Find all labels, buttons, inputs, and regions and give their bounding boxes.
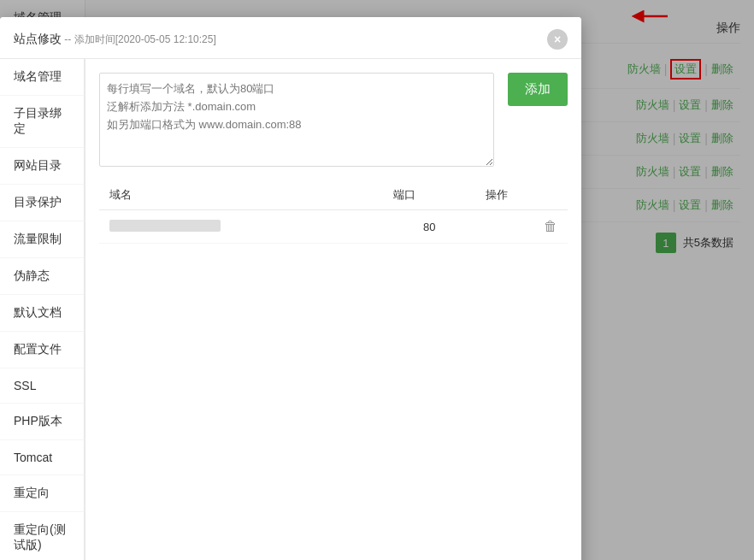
modal-nav-subdir[interactable]: 子目录绑定 bbox=[0, 96, 85, 148]
domain-value-masked bbox=[109, 220, 221, 232]
modal-nav-ssl[interactable]: SSL bbox=[0, 368, 85, 404]
domain-cell bbox=[99, 210, 383, 244]
modal-title-suffix: -- 添加时间[2020-05-05 12:10:25] bbox=[62, 33, 216, 45]
domain-textarea[interactable] bbox=[99, 73, 494, 167]
modal-close-button[interactable]: × bbox=[547, 29, 568, 50]
modal-dialog: 站点修改 -- 添加时间[2020-05-05 12:10:25] × 域名管理… bbox=[0, 17, 581, 560]
modal-nav-domain[interactable]: 域名管理 bbox=[0, 59, 85, 96]
modal-nav-tomcat[interactable]: Tomcat bbox=[0, 440, 85, 475]
domain-table-row: 80 🗑 bbox=[99, 210, 568, 244]
op-col-header: 操作 bbox=[475, 180, 568, 210]
modal-nav-redirect-test[interactable]: 重定向(测试版) bbox=[0, 512, 85, 560]
add-domain-button[interactable]: 添加 bbox=[508, 73, 568, 106]
modal-nav-dirprotect[interactable]: 目录保护 bbox=[0, 185, 85, 221]
modal-nav-webdir[interactable]: 网站目录 bbox=[0, 148, 85, 185]
modal-nav-traffic[interactable]: 流量限制 bbox=[0, 221, 85, 258]
domain-col-header: 域名 bbox=[99, 180, 383, 210]
modal-title-bar: 站点修改 -- 添加时间[2020-05-05 12:10:25] × bbox=[0, 17, 581, 59]
modal-left-nav: 域名管理 子目录绑定 网站目录 目录保护 流量限制 伪静态 默认文档 配置文件 … bbox=[0, 59, 85, 560]
modal-nav-php[interactable]: PHP版本 bbox=[0, 404, 85, 440]
port-cell: 80 bbox=[383, 210, 475, 244]
modal-title: 站点修改 -- 添加时间[2020-05-05 12:10:25] bbox=[14, 32, 216, 47]
domain-table: 域名 端口 操作 80 🗑 bbox=[99, 180, 568, 244]
delete-domain-icon[interactable]: 🗑 bbox=[544, 219, 557, 233]
domain-section: 添加 bbox=[99, 73, 568, 167]
modal-body-container: 域名管理 子目录绑定 网站目录 目录保护 流量限制 伪静态 默认文档 配置文件 … bbox=[0, 59, 581, 560]
modal-nav-config[interactable]: 配置文件 bbox=[0, 332, 85, 368]
modal-nav-rewrite[interactable]: 伪静态 bbox=[0, 258, 85, 295]
modal-nav-default-doc[interactable]: 默认文档 bbox=[0, 295, 85, 332]
modal-content: 添加 域名 端口 操作 80 bbox=[85, 59, 581, 560]
domain-table-header-row: 域名 端口 操作 bbox=[99, 180, 568, 210]
port-col-header: 端口 bbox=[383, 180, 475, 210]
action-cell: 🗑 bbox=[475, 210, 568, 244]
modal-nav-redirect[interactable]: 重定向 bbox=[0, 475, 85, 512]
